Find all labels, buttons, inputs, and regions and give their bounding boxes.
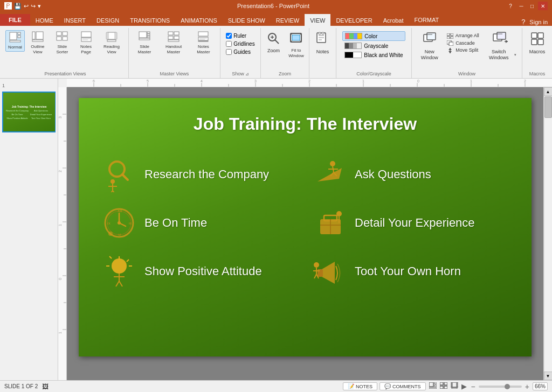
switch-windows-icon	[493, 32, 508, 48]
option-grayscale[interactable]: Grayscale	[342, 41, 405, 50]
svg-point-128	[108, 232, 113, 236]
slide-notes-icon[interactable]: 🖼	[42, 383, 49, 390]
item-icon-3: XII III VI IX	[100, 204, 138, 242]
btn-new-window[interactable]: New Window	[415, 30, 444, 62]
thumb-title-1: Job Training: The Interview	[11, 104, 47, 109]
tab-home[interactable]: HOME	[30, 14, 59, 26]
svg-text:IX: IX	[107, 222, 111, 225]
btn-notes-page[interactable]: Notes Page	[74, 30, 98, 55]
svg-rect-23	[139, 38, 150, 40]
show-expand-icon[interactable]: ⊿	[245, 72, 249, 76]
tab-slideshow[interactable]: SLIDE SHOW	[223, 14, 271, 26]
ribbon-group-show: Ruler Gridlines Guides Show ⊿	[220, 28, 261, 78]
zoom-plus-btn[interactable]: +	[524, 382, 530, 391]
zoom-slider-thumb[interactable]	[505, 384, 510, 389]
tab-transitions[interactable]: TRANSITIONS	[125, 14, 175, 26]
minimize-btn[interactable]: ─	[516, 2, 526, 10]
thumb-item-2: Ask Questions	[30, 109, 52, 112]
slide-items: Research the Company	[79, 139, 532, 306]
item-icon-2	[310, 156, 348, 193]
color-swatch	[345, 33, 362, 39]
vertical-scrollbar[interactable]: ▲ ▼	[543, 87, 552, 380]
zoom-level[interactable]: 66%	[533, 382, 548, 390]
svg-rect-159	[444, 386, 447, 389]
view-icon-reading[interactable]	[450, 382, 459, 391]
tab-view[interactable]: VIEW	[305, 14, 330, 26]
svg-rect-52	[451, 37, 453, 39]
slide-thumb-1[interactable]: Job Training: The Interview Research the…	[2, 92, 56, 132]
window-content: New Window Arrange All Cascade Move Spli…	[415, 29, 519, 70]
view-icon-normal[interactable]	[428, 382, 438, 391]
btn-zoom[interactable]: Zoom	[263, 30, 284, 55]
slide-canvas[interactable]: Job Training: The Interview	[79, 98, 532, 356]
tab-developer[interactable]: DEVELOPER	[330, 14, 377, 26]
show-label-text: Show	[232, 71, 244, 76]
option-black-white[interactable]: Black and White	[342, 51, 405, 59]
btn-fit-to-window[interactable]: Fit toWindow	[285, 30, 307, 60]
tab-review[interactable]: REVIEW	[271, 14, 305, 26]
gridlines-checkbox[interactable]: Gridlines	[226, 40, 254, 47]
btn-notes-master[interactable]: Notes Master	[190, 30, 217, 55]
status-bar: SLIDE 1 OF 2 🖼 📝 NOTES 💬 COMMENTS ▶ −	[0, 380, 552, 392]
view-icon-sorter[interactable]	[439, 382, 448, 391]
help-btn[interactable]: ?	[506, 2, 515, 10]
zoom-minus-btn[interactable]: −	[470, 382, 477, 391]
btn-outline-view[interactable]: Outline View	[25, 30, 50, 55]
ribbon-group-notes: Notes	[309, 28, 336, 78]
sign-in-btn[interactable]: Sign in	[529, 19, 548, 25]
ruler-checkbox[interactable]: Ruler	[226, 32, 254, 39]
notes-status-btn[interactable]: 📝 NOTES	[343, 382, 377, 390]
ruler-horizontal: 6 5 4 3 2 1 0 1	[67, 79, 552, 87]
btn-reading-view[interactable]: Reading View	[98, 30, 125, 55]
btn-slide-master[interactable]: Slide Master	[132, 30, 157, 55]
btn-arrange-all[interactable]: Arrange All	[445, 32, 481, 39]
btn-notes[interactable]: Notes	[312, 30, 333, 57]
scroll-thumb[interactable]	[544, 96, 552, 118]
redo-btn[interactable]: ↪	[31, 3, 36, 10]
window-title: Presentation6 - PowerPoint	[41, 3, 506, 9]
btn-handout-master[interactable]: Handout Master	[158, 30, 189, 55]
canvas-area[interactable]: Job Training: The Interview	[67, 87, 543, 380]
close-btn[interactable]: ✕	[538, 2, 548, 10]
btn-cascade[interactable]: Cascade	[445, 40, 481, 47]
svg-text:2: 2	[308, 79, 310, 83]
color-label: Color	[364, 33, 377, 39]
item-text-4: Detail Your Experience	[355, 216, 475, 230]
handout-master-icon	[168, 31, 180, 44]
svg-marker-61	[506, 40, 508, 43]
zoom-slider[interactable]	[479, 386, 522, 388]
btn-switch-windows[interactable]: Switch Windows ▾	[482, 30, 519, 62]
maximize-btn[interactable]: □	[527, 2, 537, 10]
status-left: SLIDE 1 OF 2 🖼	[4, 383, 49, 390]
option-color[interactable]: Color	[342, 31, 405, 41]
btn-macros[interactable]: Macros	[527, 30, 548, 57]
btn-move-split[interactable]: Move Split	[445, 47, 481, 54]
btn-normal[interactable]: Normal	[5, 30, 25, 52]
scroll-down-btn[interactable]: ▼	[544, 372, 553, 380]
tab-acrobat[interactable]: Acrobat	[378, 14, 409, 26]
help-icon[interactable]: ?	[521, 18, 525, 26]
tab-insert[interactable]: INSERT	[59, 14, 91, 26]
ribbon-group-macros: Macros Macros	[522, 28, 552, 78]
quick-save[interactable]: 💾	[14, 3, 22, 10]
svg-line-112	[113, 191, 116, 192]
undo-btn[interactable]: ↩	[24, 3, 29, 10]
scroll-track[interactable]	[544, 96, 552, 372]
tab-file[interactable]: FILE	[0, 14, 30, 26]
tab-design[interactable]: DESIGN	[91, 14, 125, 26]
ruler-check[interactable]	[226, 33, 232, 39]
ribbon-tab-bar: FILE HOME INSERT DESIGN TRANSITIONS ANIM…	[0, 12, 552, 26]
item-icon-6	[310, 253, 348, 290]
svg-point-147	[314, 262, 319, 268]
svg-marker-57	[448, 51, 452, 53]
gridlines-check[interactable]	[226, 41, 232, 47]
tab-animations[interactable]: ANIMATIONS	[175, 14, 223, 26]
comments-status-btn[interactable]: 💬 COMMENTS	[380, 382, 426, 390]
tab-format[interactable]: FORMAT	[409, 14, 445, 26]
guides-check[interactable]	[226, 49, 232, 55]
slide-panel[interactable]: 1 Job Training: The Interview Research t…	[0, 79, 58, 380]
btn-slide-sorter[interactable]: Slide Sorter	[51, 30, 74, 55]
guides-checkbox[interactable]: Guides	[226, 48, 254, 55]
view-icon-slideshow[interactable]: ▶	[460, 382, 468, 391]
scroll-up-btn[interactable]: ▲	[544, 87, 553, 96]
